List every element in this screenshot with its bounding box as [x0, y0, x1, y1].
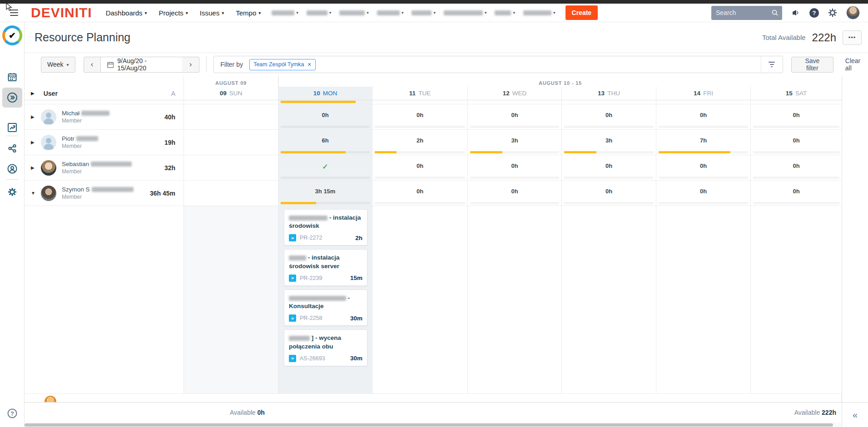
day-cell[interactable]: 2h: [372, 130, 468, 155]
sidebar-gear-icon[interactable]: [0, 183, 25, 201]
capacity-track: [753, 126, 839, 128]
people-icon[interactable]: [0, 160, 25, 178]
day-cell[interactable]: 0h: [562, 181, 656, 206]
horizontal-scrollbar[interactable]: [25, 423, 842, 427]
task-card[interactable]: - Konsultacje»PR-225830m: [284, 290, 367, 326]
nav-menu-item-blurred[interactable]: ▾: [412, 10, 436, 15]
user-row: ▶MichałMember40h0h0h0h0h0h0h: [25, 104, 842, 130]
nav-menu-item-blurred[interactable]: ▾: [272, 10, 298, 15]
task-card[interactable]: - instalacja środowisk»PR-22722h: [284, 209, 367, 245]
sidebar-help-icon[interactable]: ?: [0, 404, 25, 422]
settings-gear-icon[interactable]: [827, 7, 838, 18]
day-header-sun[interactable]: 09SUN: [184, 87, 278, 100]
page-header: Resource Planning Total Available 222h •…: [25, 22, 868, 53]
day-cell[interactable]: [184, 130, 278, 155]
collapse-panel-button[interactable]: «: [853, 410, 858, 420]
expander-icon[interactable]: ▶: [31, 140, 35, 145]
cell-hours-value: 0h: [562, 112, 656, 118]
day-header-tue[interactable]: 11TUE: [372, 87, 468, 100]
prev-week-button[interactable]: ‹: [84, 57, 101, 73]
day-cell[interactable]: 0h: [751, 155, 842, 180]
resource-planning-icon-active[interactable]: [2, 88, 22, 108]
date-range-picker[interactable]: 9/Aug/20 - 15/Aug/20: [101, 57, 182, 73]
task-time: 30m: [350, 355, 362, 362]
blurred-text: [289, 216, 327, 221]
expander-icon[interactable]: ▶: [31, 165, 35, 170]
day-number: 11: [409, 90, 416, 97]
day-cell[interactable]: 3h: [468, 130, 562, 155]
user-avatar[interactable]: [846, 6, 860, 20]
day-header-fri[interactable]: 14FRI: [656, 87, 751, 100]
nav-menu-tempo[interactable]: Tempo▾: [236, 9, 261, 17]
next-week-button[interactable]: ›: [182, 57, 199, 73]
remove-filter-icon[interactable]: ✕: [308, 62, 312, 68]
period-dropdown[interactable]: Week ▾: [41, 57, 75, 73]
nav-menu-item-blurred[interactable]: ▾: [495, 10, 515, 15]
day-cell[interactable]: 7h: [656, 130, 751, 155]
nav-menu-dashboards[interactable]: Dashboards▾: [106, 9, 147, 17]
sort-indicator[interactable]: A: [171, 90, 175, 97]
nav-menu-projects[interactable]: Projects▾: [159, 9, 188, 17]
day-cell[interactable]: [184, 181, 278, 206]
expander-icon[interactable]: ▶: [31, 114, 35, 119]
day-cell[interactable]: ✓: [278, 155, 372, 180]
clear-all-link[interactable]: Clear all: [845, 57, 868, 72]
capacity-track: [281, 151, 370, 153]
day-cell[interactable]: 0h: [656, 155, 751, 180]
day-cell[interactable]: 0h: [468, 181, 562, 206]
app-logo[interactable]: ✔: [2, 25, 22, 45]
day-cell[interactable]: 0h: [562, 104, 656, 129]
task-card[interactable]: ] - wycena połączenia obu»AS-2669330m: [284, 329, 367, 366]
day-cell[interactable]: 0h: [656, 181, 751, 206]
expand-all-icon[interactable]: ▶: [31, 91, 35, 96]
day-cell[interactable]: 0h: [656, 104, 751, 129]
day-cell[interactable]: 3h 15m: [278, 181, 372, 206]
day-cell[interactable]: 0h: [751, 104, 842, 129]
day-cell[interactable]: 0h: [468, 104, 562, 129]
nav-menu-item-blurred[interactable]: ▾: [444, 10, 487, 15]
nav-menu-item-blurred[interactable]: ▾: [377, 10, 404, 15]
nav-menu-issues[interactable]: Issues▾: [200, 9, 224, 17]
share-network-icon[interactable]: [0, 139, 25, 157]
day-cell[interactable]: 3h: [562, 130, 656, 155]
day-header-wed[interactable]: 12WED: [468, 87, 562, 100]
scrollbar-thumb[interactable]: [25, 423, 833, 427]
more-options-button[interactable]: •••: [843, 30, 862, 45]
blurred-text: [289, 336, 310, 341]
team-filter-tag[interactable]: Team Zespół Tymka ✕: [249, 59, 316, 70]
save-filter-button[interactable]: Save filter: [791, 57, 833, 73]
day-header-mon[interactable]: 10MON: [278, 87, 372, 100]
nav-menu-item-blurred[interactable]: ▾: [307, 10, 332, 15]
day-cell[interactable]: 0h: [372, 155, 468, 180]
hamburger-menu-icon[interactable]: [10, 10, 18, 16]
day-header-thu[interactable]: 13THU: [562, 87, 656, 100]
expanded-cell: [656, 206, 751, 393]
day-cell[interactable]: 0h: [468, 155, 562, 180]
user-name-visible: Michał: [62, 110, 79, 117]
help-icon[interactable]: ?: [809, 8, 819, 18]
user-name: Michał: [62, 110, 109, 117]
day-cell[interactable]: [184, 104, 278, 129]
day-cell[interactable]: 6h: [278, 130, 372, 155]
day-cell[interactable]: 0h: [562, 155, 656, 180]
create-button[interactable]: Create: [565, 5, 598, 20]
day-cell[interactable]: 0h: [372, 104, 468, 129]
chevron-down-icon: ▾: [485, 10, 487, 15]
day-cell[interactable]: 0h: [751, 130, 842, 155]
nav-menu-item-blurred[interactable]: ▾: [339, 10, 369, 15]
user-column-label[interactable]: User: [44, 90, 58, 97]
day-cell[interactable]: 0h: [278, 104, 372, 129]
day-cell[interactable]: [184, 155, 278, 180]
megaphone-icon[interactable]: [790, 7, 801, 18]
nav-menu-item-blurred[interactable]: ▾: [523, 10, 556, 15]
task-card[interactable]: - instalacja środowisk server»PR-223915m: [284, 249, 367, 285]
calendar-icon[interactable]: [0, 68, 25, 86]
day-cell[interactable]: 0h: [372, 181, 468, 206]
expander-icon[interactable]: ▼: [31, 191, 35, 196]
deviniti-logo[interactable]: DEVINITI: [31, 5, 92, 20]
day-header-sat[interactable]: 15SAT: [751, 87, 842, 100]
filter-funnel-icon[interactable]: [761, 56, 783, 73]
expanded-cell: [25, 206, 184, 393]
reports-chart-icon[interactable]: [0, 118, 25, 137]
day-cell[interactable]: 0h: [751, 181, 842, 206]
